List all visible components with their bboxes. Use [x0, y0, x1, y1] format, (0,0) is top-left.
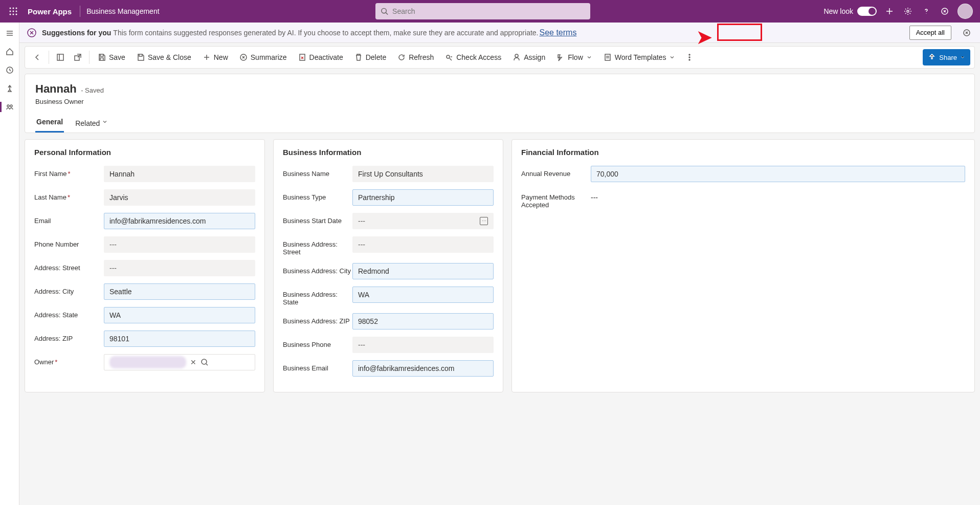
- business-city-field[interactable]: Redmond: [352, 263, 494, 279]
- left-navigation-rail: [0, 23, 19, 505]
- search-input[interactable]: [392, 7, 585, 15]
- calendar-icon[interactable]: ⋯: [480, 217, 488, 225]
- popout-button[interactable]: [70, 48, 86, 67]
- business-phone-field[interactable]: ---: [352, 337, 494, 353]
- section-title-personal: Personal Information: [34, 148, 255, 157]
- global-header: Power Apps Business Management New look: [0, 0, 980, 23]
- new-button[interactable]: New: [197, 48, 233, 67]
- record-subtitle: Business Owner: [35, 98, 964, 105]
- street-field[interactable]: ---: [104, 260, 255, 276]
- svg-point-3: [10, 11, 11, 12]
- copilot-panel-icon[interactable]: [961, 27, 973, 39]
- svg-point-7: [13, 14, 14, 15]
- word-templates-button[interactable]: Word Templates: [598, 48, 681, 67]
- owner-search-icon[interactable]: [201, 358, 209, 366]
- owner-remove-icon[interactable]: ✕: [190, 358, 196, 366]
- new-look-toggle[interactable]: [857, 7, 877, 16]
- svg-point-20: [10, 105, 12, 107]
- divider: [80, 6, 80, 17]
- phone-field[interactable]: ---: [104, 236, 255, 253]
- svg-point-33: [515, 54, 518, 57]
- svg-point-6: [10, 14, 11, 15]
- svg-point-38: [689, 57, 690, 58]
- business-street-field[interactable]: ---: [352, 236, 494, 253]
- svg-point-8: [16, 14, 17, 15]
- accept-all-button[interactable]: Accept all: [909, 26, 951, 40]
- section-title-business: Business Information: [283, 148, 494, 157]
- save-close-button[interactable]: Save & Close: [131, 48, 196, 67]
- svg-point-0: [10, 8, 11, 9]
- delete-button[interactable]: Delete: [349, 48, 391, 67]
- assign-button[interactable]: Assign: [507, 48, 550, 67]
- city-field[interactable]: Seattle: [104, 283, 255, 300]
- svg-point-9: [382, 8, 386, 13]
- deactivate-button[interactable]: Deactivate: [293, 48, 348, 67]
- svg-point-4: [13, 11, 14, 12]
- owner-lookup[interactable]: ✕: [104, 354, 255, 370]
- record-title: Hannah: [35, 82, 77, 95]
- app-launcher-icon[interactable]: [4, 2, 23, 20]
- email-field[interactable]: info@fabrikamresidences.com: [104, 213, 255, 229]
- app-title: Power Apps: [23, 7, 77, 16]
- svg-point-1: [13, 8, 14, 9]
- pinned-icon[interactable]: [3, 82, 16, 95]
- svg-point-13: [907, 10, 909, 12]
- owner-pill: [109, 356, 186, 368]
- business-name-field[interactable]: First Up Consultants: [352, 166, 494, 182]
- svg-point-39: [689, 59, 690, 60]
- record-header: Hannah - Saved Business Owner General Re…: [25, 74, 975, 133]
- last-name-field[interactable]: Jarvis: [104, 189, 255, 206]
- share-button[interactable]: Share: [923, 49, 970, 65]
- state-field[interactable]: WA: [104, 307, 255, 323]
- svg-point-2: [16, 8, 17, 9]
- flow-button[interactable]: Flow: [551, 48, 597, 67]
- recent-icon[interactable]: [3, 63, 16, 77]
- business-zip-field[interactable]: 98052: [352, 313, 494, 330]
- user-avatar[interactable]: [957, 4, 973, 19]
- svg-point-40: [202, 359, 207, 364]
- record-save-status: - Saved: [81, 86, 104, 94]
- entity-icon[interactable]: [3, 100, 16, 114]
- suggestion-text: This form contains suggested responses g…: [113, 29, 538, 37]
- tab-related[interactable]: Related: [74, 115, 109, 133]
- check-access-button[interactable]: Check Access: [440, 48, 506, 67]
- business-state-field[interactable]: WA: [352, 287, 494, 303]
- tab-general[interactable]: General: [35, 115, 64, 133]
- ai-suggestion-bar: Suggestions for you This form contains s…: [19, 23, 980, 43]
- global-search[interactable]: [375, 3, 590, 19]
- svg-rect-34: [605, 54, 610, 60]
- annual-revenue-field[interactable]: 70,000: [591, 166, 965, 182]
- command-bar: Save Save & Close New Summarize Deactiva…: [25, 46, 975, 69]
- home-icon[interactable]: [3, 45, 16, 58]
- business-info-section: Business Information Business NameFirst …: [273, 139, 503, 392]
- form-tabs: General Related: [35, 115, 964, 133]
- summarize-button[interactable]: Summarize: [234, 48, 292, 67]
- back-button[interactable]: [29, 48, 46, 67]
- section-title-financial: Financial Information: [521, 148, 965, 157]
- financial-info-section: Financial Information Annual Revenue70,0…: [511, 139, 975, 392]
- first-name-field[interactable]: Hannah: [104, 166, 255, 182]
- search-icon: [381, 7, 388, 15]
- add-icon[interactable]: [884, 6, 895, 17]
- svg-point-19: [7, 105, 9, 107]
- business-email-field[interactable]: info@fabrikamresidences.com: [352, 360, 494, 377]
- svg-line-41: [206, 364, 208, 365]
- suggestion-label: Suggestions for you: [42, 29, 111, 37]
- business-type-field[interactable]: Partnership: [352, 189, 494, 206]
- refresh-button[interactable]: Refresh: [392, 48, 439, 67]
- zip-field[interactable]: 98101: [104, 331, 255, 347]
- more-commands-button[interactable]: [681, 48, 698, 67]
- svg-line-10: [386, 13, 388, 15]
- business-start-date-field[interactable]: ---⋯: [352, 213, 494, 229]
- help-icon[interactable]: [921, 6, 932, 17]
- open-pane-button[interactable]: [52, 48, 69, 67]
- environment-name[interactable]: Business Management: [83, 7, 162, 15]
- settings-icon[interactable]: [902, 6, 914, 17]
- personal-info-section: Personal Information First Name*Hannah L…: [25, 139, 265, 392]
- hamburger-icon[interactable]: [3, 27, 16, 40]
- payment-methods-field[interactable]: ---: [591, 189, 598, 202]
- copilot-icon[interactable]: [939, 6, 950, 17]
- svg-point-32: [447, 55, 450, 58]
- save-button[interactable]: Save: [93, 48, 130, 67]
- see-terms-link[interactable]: See terms: [539, 28, 576, 37]
